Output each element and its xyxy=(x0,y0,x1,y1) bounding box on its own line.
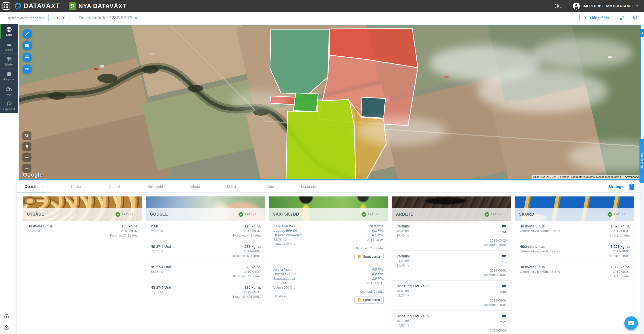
row-text: DC 45-49 xyxy=(273,294,296,298)
tab-int-kter[interactable]: Intäkter xyxy=(254,181,282,192)
sidebar-item-export-lm[interactable]: Export LM xyxy=(0,98,18,113)
tab-arbete[interactable]: Arbete xyxy=(182,181,208,192)
list-item[interactable]: MAP52,75 ha120 kg/ha2018-09-07Kostnad: 4… xyxy=(146,221,265,241)
chat-button[interactable] xyxy=(624,316,638,330)
row-text: NS 27-4 Ural xyxy=(150,245,171,249)
row-text: 52,75 ha xyxy=(150,249,171,253)
sprutjournal-label: Sprutjournal xyxy=(363,255,381,258)
list-item[interactable]: Lexus 50 WGLegacy 500 SCBiowet Vätmedel5… xyxy=(269,221,388,264)
account-menu[interactable]: BJERTORP-FRAMTIDENSFALT ▼ xyxy=(567,0,644,12)
list-item[interactable]: Gödsling Tive 24 m49,1 liter51,88 ha06:2… xyxy=(392,310,511,334)
sidebar-item-label: Tabeller xyxy=(5,63,13,66)
nya-datavaxt-logo[interactable]: NYA DATAVÄXT xyxy=(64,0,131,12)
list-item[interactable]: NS 27-4 Ural52,75 ha285 kg/ha2019-04-03K… xyxy=(146,241,265,261)
tab-kostnader[interactable]: Kostnader xyxy=(293,181,325,192)
gear-icon[interactable]: ⚙ xyxy=(3,324,10,331)
add-button[interactable]: +LÄGG TILL xyxy=(361,212,384,217)
strategies-label: Strategier xyxy=(608,184,626,189)
skiftesfilter-button[interactable]: Skiftesfilter xyxy=(579,14,613,22)
list-item[interactable]: Ascra XproDelaro SC 325Mangannitrat52,75… xyxy=(269,264,388,307)
add-button[interactable]: +LÄGG TILL xyxy=(608,212,630,217)
sidebar-item-karta[interactable]: Karta xyxy=(0,24,18,39)
globe-icon xyxy=(6,26,12,32)
zoom-in-button[interactable]: + xyxy=(22,153,31,162)
list-item[interactable]: Vältning24,2 liter21,46 ha02:182019-04-0… xyxy=(392,250,511,280)
apps-grid-icon[interactable] xyxy=(3,2,10,10)
list-item[interactable]: NS 27-4 Ural52,75 ha170 kg/ha2019-05-31K… xyxy=(146,282,265,302)
list-item[interactable]: Gödsling Tive 24 m46,0 liter52,27 ha03:5… xyxy=(392,280,511,310)
sidebar-item-skiften[interactable]: Skiften xyxy=(0,39,18,54)
sidebar-item-lager[interactable]: Lager xyxy=(0,83,18,98)
layers-icon[interactable] xyxy=(22,142,31,151)
row-text: Vattenhalt vid skörd: 19,6 % xyxy=(519,229,560,233)
add-button[interactable]: +LÄGG TILL xyxy=(485,212,507,217)
tab-versikt[interactable]: Översikt⋮ xyxy=(17,181,52,192)
language-button[interactable]: sv xyxy=(549,3,567,9)
row-text: 52,75 ha xyxy=(273,281,296,285)
card-header-image: SKÖRD+LÄGG TILL xyxy=(515,196,634,221)
plus-icon: + xyxy=(485,212,489,217)
tab-list: Översikt⋮UtsädeGödselVäxtskyddArbeteSkör… xyxy=(17,181,336,192)
row-text: Gödsling Tive 24 m xyxy=(396,284,429,288)
sprutjournal-button[interactable]: Sprutjournal xyxy=(354,253,384,260)
tag-icon[interactable] xyxy=(22,41,32,50)
printer-icon[interactable] xyxy=(22,53,32,62)
map-collapse-arrow[interactable]: ◀ xyxy=(640,29,644,37)
list-item[interactable]: Höstvete LinusVattenhalt vid skörd: 19,6… xyxy=(515,221,634,241)
row-left: Vältning24,2 liter21,46 ha xyxy=(396,254,410,277)
row-text: 0,1 l/ha xyxy=(372,233,384,237)
row-text: 52,75 ha xyxy=(273,238,301,242)
card-body: Lexus 50 WGLegacy 500 SCBiowet Vätmedel5… xyxy=(269,221,388,307)
map-canvas[interactable] xyxy=(19,25,640,179)
tab-uts-de[interactable]: Utsäde xyxy=(63,181,90,192)
strategies-link[interactable]: Strategier xyxy=(608,183,635,190)
search-icon[interactable] xyxy=(22,131,31,140)
help-support-label: Hjälp & support xyxy=(640,151,643,172)
tab-g-dsel[interactable]: Gödsel xyxy=(101,181,128,192)
row-text: 0,5 l/ha xyxy=(372,268,384,271)
row-text: 1 826 kg/ha xyxy=(611,224,630,228)
list-item[interactable]: Höstvete LinusVattenhalt vid skörd: 17,6… xyxy=(515,241,634,261)
building-icon[interactable] xyxy=(3,313,10,320)
row-text: 170 kg/ha xyxy=(245,285,261,289)
datavaxt-logo[interactable]: DATAVÄXT xyxy=(13,0,64,12)
add-button[interactable]: +LÄGG TILL xyxy=(115,212,138,217)
sliders-icon[interactable] xyxy=(631,14,638,21)
tab-menu-dots-icon[interactable]: ⋮ xyxy=(40,184,44,189)
ruler-icon[interactable] xyxy=(22,64,32,74)
row-text: 2019-08-01 xyxy=(613,249,630,253)
card-title: GÖDSEL xyxy=(150,212,168,217)
list-item[interactable]: NS 27-4 Ural52,75 ha320 kg/ha2019-04-29K… xyxy=(146,261,265,282)
card-title: ARBETE xyxy=(396,212,413,217)
row-text: Kostnad: 5 kr/ha xyxy=(483,303,507,307)
row-text: 2018-09-07 xyxy=(244,229,261,233)
tab-v-xtskydd[interactable]: Växtskydd xyxy=(139,181,171,192)
row-text: 2019-04-29 xyxy=(490,328,507,332)
row-text: 2019-08-01 xyxy=(613,229,630,233)
card-header-band: SKÖRD+LÄGG TILL xyxy=(515,208,634,221)
row-left: Ascra XproDelaro SC 325Mangannitrat52,75… xyxy=(273,268,296,304)
row-text: 2019-04-29 xyxy=(244,270,261,274)
row-text: 2019-05-31 xyxy=(244,290,261,294)
tab-sk-rd[interactable]: Skörd xyxy=(219,181,244,192)
add-button[interactable]: +LÄGG TILL xyxy=(238,212,261,217)
sidebar-item-tabeller[interactable]: Tabeller xyxy=(0,54,18,69)
pencil-icon[interactable] xyxy=(22,29,32,39)
avatar-icon xyxy=(573,2,580,10)
list-item[interactable]: Höstvete Linus52,75 ha185 kg/ha2018-09-0… xyxy=(23,221,142,241)
help-support-tab[interactable]: Hjälp & support xyxy=(639,139,644,183)
chevron-down-icon: ▼ xyxy=(62,16,65,19)
year-selector[interactable]: 2019 ▼ xyxy=(48,14,69,22)
expand-icon[interactable] xyxy=(619,14,626,21)
list-item[interactable]: Höstvete LinusVattenhalt vid skörd: 16,3… xyxy=(515,261,634,282)
row-text: 320 kg/ha xyxy=(245,265,261,269)
row-text: Gödsling Tive 24 m xyxy=(396,314,429,318)
row-text: 02:54 xyxy=(498,230,507,234)
list-item[interactable]: Vältning43,3 liter30,45 ha02:542019-03-2… xyxy=(392,221,511,250)
add-label: LÄGG TILL xyxy=(368,213,384,216)
export-lm-icon xyxy=(6,101,12,107)
sidebar-item-rapporter[interactable]: Rapporter xyxy=(0,69,18,83)
sprutjournal-button[interactable]: Sprutjournal xyxy=(354,296,384,304)
terms-link[interactable]: Användarvi xyxy=(623,175,640,179)
year-value: 2019 xyxy=(53,16,60,20)
